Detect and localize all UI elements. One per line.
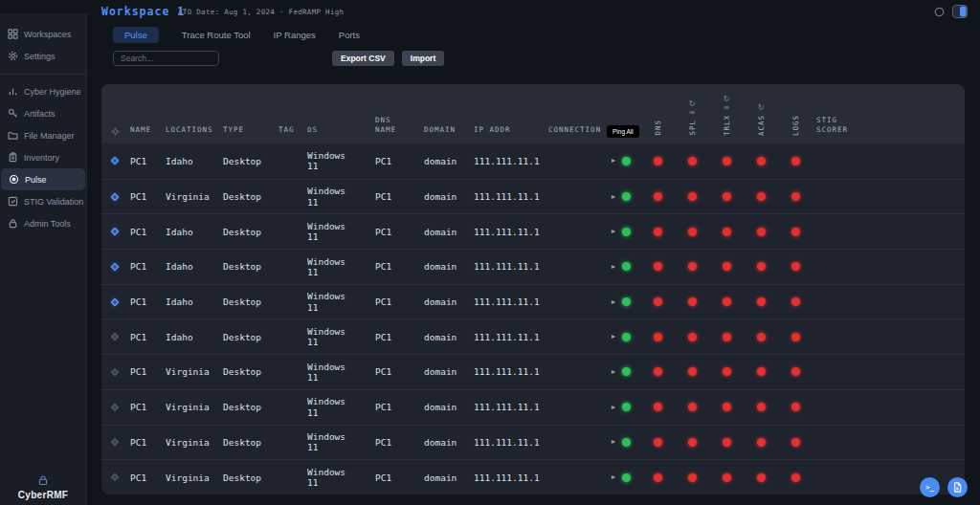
cell-name: PC1: [130, 472, 166, 483]
panel-toggle-icon[interactable]: [952, 5, 968, 18]
device-select-icon[interactable]: [111, 228, 119, 235]
tab-trace-route-tool[interactable]: Trace Route Tool: [182, 27, 251, 43]
spl-status-dot: [688, 367, 697, 376]
ping-row-icon[interactable]: ▸: [612, 263, 615, 271]
refresh-icon[interactable]: ↻: [724, 95, 730, 103]
sidebar-item-pulse[interactable]: Pulse: [1, 168, 85, 190]
table-row[interactable]: PC1 Virginia Desktop Windows 11 PC1 doma…: [101, 425, 965, 460]
acas-status-dot: [757, 297, 766, 306]
spl-status-dot: [688, 192, 697, 201]
cell-type: Desktop: [223, 472, 278, 483]
device-select-icon[interactable]: [111, 297, 119, 305]
menu-icon[interactable]: ≡: [689, 108, 696, 117]
refresh-icon[interactable]: ↻: [689, 99, 696, 108]
column-header-logs: LOGS: [778, 84, 813, 143]
ping-row-icon[interactable]: ▸: [612, 157, 615, 165]
device-select-icon[interactable]: [111, 368, 119, 376]
cell-os: Windows 11: [307, 150, 353, 172]
logs-status-dot: [791, 157, 800, 165]
cell-dns-name: PC1: [375, 296, 424, 307]
table-row[interactable]: PC1 Virginia Desktop Windows 11 PC1 doma…: [101, 459, 965, 494]
sidebar-item-label: Artifacts: [24, 109, 56, 119]
table-row[interactable]: PC1 Idaho Desktop Windows 11 PC1 domain …: [101, 318, 965, 354]
cell-os: Windows 11: [307, 467, 353, 489]
status-circle-icon[interactable]: [934, 7, 945, 17]
terminal-fab-button[interactable]: >_: [920, 477, 940, 497]
sidebar-item-cyber-hygiene[interactable]: Cyber Hygiene: [0, 80, 86, 102]
dns-status-dot: [654, 367, 662, 376]
connection-status-dot: [622, 473, 631, 482]
table-row[interactable]: PC1 Virginia Desktop Windows 11 PC1 doma…: [101, 389, 965, 425]
cell-domain: domain: [424, 296, 474, 307]
cell-os: Windows 11: [307, 256, 353, 278]
grid-icon: [8, 29, 18, 39]
acas-status-dot: [757, 262, 766, 271]
gear-icon: [8, 51, 18, 61]
cell-dns-name: PC1: [375, 227, 424, 237]
column-header-stig-scorer: STIG SCORER: [813, 116, 868, 143]
device-select-icon[interactable]: [111, 438, 119, 446]
cell-location: Virginia: [166, 191, 223, 202]
connection-status-dot: [622, 192, 631, 201]
sidebar-item-artifacts[interactable]: Artifacts: [0, 102, 86, 124]
lock-icon: [37, 474, 49, 486]
ping-row-icon[interactable]: ▸: [612, 333, 615, 340]
sidebar-item-settings[interactable]: Settings: [0, 45, 86, 67]
cell-location: Idaho: [166, 227, 223, 237]
export-csv-button[interactable]: Export CSV: [332, 51, 394, 66]
device-select-icon[interactable]: [111, 263, 119, 271]
spl-status-dot: [688, 262, 697, 271]
tab-ports[interactable]: Ports: [339, 27, 360, 43]
table-row[interactable]: PC1 Virginia Desktop Windows 11 PC1 doma…: [101, 354, 965, 389]
cell-type: Desktop: [223, 227, 278, 237]
sidebar-item-inventory[interactable]: Inventory: [0, 146, 86, 168]
device-select-icon[interactable]: [111, 192, 119, 200]
ping-row-icon[interactable]: ▸: [612, 473, 615, 481]
trlx-status-dot: [723, 262, 731, 271]
trlx-status-dot: [723, 228, 731, 236]
column-header-name: NAME: [130, 125, 166, 143]
column-header-locations: LOCATIONS: [166, 125, 223, 143]
report-fab-button[interactable]: [947, 477, 968, 497]
device-select-icon[interactable]: [111, 403, 119, 410]
cell-location: Virginia: [166, 437, 223, 448]
table-body: PC1 Idaho Desktop Windows 11 PC1 domain …: [101, 143, 965, 494]
device-select-icon[interactable]: [111, 473, 119, 481]
ping-row-icon[interactable]: ▸: [612, 368, 615, 376]
menu-icon[interactable]: ≡: [724, 103, 730, 112]
terminal-icon: >_: [925, 483, 934, 492]
cell-name: PC1: [130, 366, 166, 377]
cell-location: Idaho: [166, 332, 223, 342]
ping-row-icon[interactable]: ▸: [612, 438, 615, 446]
device-select-icon[interactable]: [111, 157, 119, 165]
ping-row-icon[interactable]: ▸: [612, 404, 615, 411]
sidebar-item-file-manager[interactable]: File Manager: [0, 124, 86, 146]
table-row[interactable]: PC1 Virginia Desktop Windows 11 PC1 doma…: [101, 179, 965, 214]
sidebar-item-stig-validation[interactable]: STIG Validation: [0, 190, 86, 212]
connection-status-dot: [622, 367, 631, 376]
device-select-icon[interactable]: [111, 333, 119, 340]
cell-domain: domain: [424, 437, 474, 448]
sidebar-item-admin-tools[interactable]: Admin Tools: [0, 212, 86, 234]
search-input[interactable]: [113, 51, 219, 66]
spl-status-dot: [688, 473, 697, 482]
ping-row-icon[interactable]: ▸: [612, 193, 615, 201]
logs-status-dot: [791, 333, 800, 341]
table-row[interactable]: PC1 Idaho Desktop Windows 11 PC1 domain …: [101, 143, 965, 179]
cell-ip-addr: 111.111.11.1: [474, 472, 548, 483]
table-row[interactable]: PC1 Idaho Desktop Windows 11 PC1 domain …: [101, 249, 965, 284]
table-row[interactable]: PC1 Idaho Desktop Windows 11 PC1 domain …: [101, 284, 965, 319]
select-all-icon[interactable]: [101, 127, 130, 143]
refresh-icon[interactable]: ↻: [758, 103, 765, 112]
ping-row-icon[interactable]: ▸: [612, 298, 615, 306]
import-button[interactable]: Import: [402, 51, 444, 66]
ping-row-icon[interactable]: ▸: [612, 228, 615, 235]
tab-pulse[interactable]: Pulse: [113, 27, 159, 43]
table-row[interactable]: PC1 Idaho Desktop Windows 11 PC1 domain …: [101, 213, 965, 249]
tab-ip-ranges[interactable]: IP Ranges: [274, 27, 316, 43]
column-header-type: TYPE: [223, 125, 278, 143]
tab-bar: Pulse Trace Route Tool IP Ranges Ports: [113, 27, 360, 43]
sidebar-item-workspaces[interactable]: Workspaces: [0, 23, 86, 45]
ping-all-button[interactable]: Ping All: [607, 125, 639, 138]
trlx-status-dot: [723, 157, 731, 165]
